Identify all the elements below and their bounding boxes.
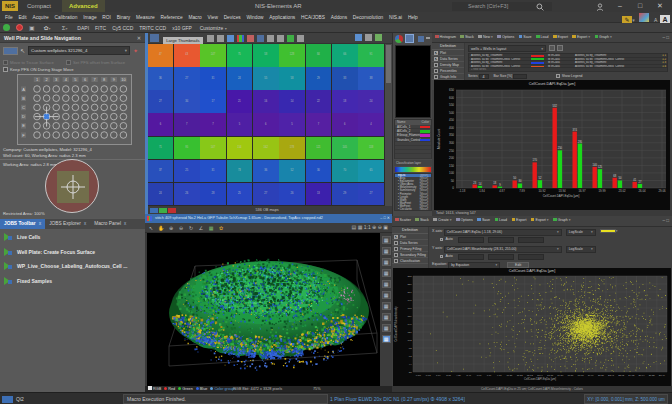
y-axis-select-part[interactable]: ▾ xyxy=(557,247,559,252)
wellplate-panel-header[interactable]: Well Plate and Slide Navigation ✕ xyxy=(0,33,145,43)
footer-chip-green[interactable] xyxy=(159,208,167,213)
wellplate-grid-part-part[interactable] xyxy=(43,95,50,102)
wellplate-grid-part-part[interactable] xyxy=(91,104,98,111)
menu-view[interactable]: View xyxy=(205,12,221,23)
table-view-icon[interactable] xyxy=(355,34,362,41)
lut-gradient[interactable] xyxy=(395,167,431,172)
wellplate-grid-part-part[interactable] xyxy=(82,104,89,111)
wellplate-grid-part-part[interactable] xyxy=(72,95,79,102)
check-move-tissue-part[interactable]: Move to Tissue Surface xyxy=(10,60,54,65)
series-color-chip[interactable] xyxy=(531,66,544,68)
x-axis-select-part[interactable]: CellCount.DAPI.EqDia (-1.18, 29.06) xyxy=(447,230,502,234)
wellplate-grid-part-part[interactable] xyxy=(82,132,89,139)
histogram-export-button-part[interactable]: ▾ xyxy=(587,35,590,39)
wellplate-grid-part-part[interactable] xyxy=(91,86,98,93)
scatter-chart-part-part[interactable]: CellCount.DAPI.MeanIntensity xyxy=(394,306,398,342)
scatter-stack-button[interactable]: Stack xyxy=(414,216,431,224)
heatmap-tile[interactable]: 16 xyxy=(253,90,279,113)
scatter-export-button-part[interactable]: Export xyxy=(516,218,526,222)
y-min-input[interactable] xyxy=(458,254,484,260)
x-auto-check[interactable]: Auto xyxy=(440,237,453,241)
classification-tabs-part[interactable]: Classification layer xyxy=(396,160,421,166)
y-max-input[interactable] xyxy=(488,254,514,260)
heatmap-tile[interactable]: 162 xyxy=(253,137,279,160)
histogram-chart-part-part[interactable]: 7.89 xyxy=(519,189,525,193)
heatmap-tile[interactable]: 58 xyxy=(253,44,279,67)
scatter-scatter-button[interactable]: Scatter xyxy=(394,216,413,224)
footer-chip-red[interactable] xyxy=(168,208,176,213)
heatmap-tile[interactable]: 73 xyxy=(227,160,253,183)
heatmap-tile[interactable]: 7 xyxy=(174,113,200,136)
heatmap-tile[interactable]: 24 xyxy=(227,67,253,90)
channel-blue-part[interactable]: Blue xyxy=(200,387,208,391)
histogram-chart-part-part[interactable] xyxy=(638,184,642,188)
scatter-chart[interactable]: CellCount.DAPI.EqDia [µm] -0.580.631.843… xyxy=(393,268,671,386)
show-legend-check-part[interactable] xyxy=(556,74,560,78)
wellplate-grid-part-part[interactable] xyxy=(111,104,118,111)
channel-blue[interactable]: Blue xyxy=(196,387,208,391)
analysis-settings-icon[interactable] xyxy=(418,36,424,42)
wellplate-grid-part-part[interactable] xyxy=(34,123,41,130)
heatmap-tile[interactable]: 21 xyxy=(227,90,253,113)
heatmap-tile[interactable]: 25 xyxy=(174,160,200,183)
heatmap-tile[interactable]: 31 xyxy=(200,67,226,90)
xy-navigation-icon[interactable] xyxy=(150,34,159,42)
wellplate-grid-part-part[interactable] xyxy=(82,86,89,93)
histogram-stack-button[interactable]: Stack xyxy=(459,33,476,41)
y-auto-check-part[interactable]: Auto xyxy=(445,254,452,258)
histogram-chart-part-part[interactable]: 450 xyxy=(449,118,454,122)
optical-config-cy5-ccd[interactable]: Cy5 CCD xyxy=(110,24,135,33)
scatter-export-button-part[interactable]: Export xyxy=(535,218,545,222)
bar-size-input[interactable] xyxy=(513,74,527,79)
scatter-window-buttons[interactable]: – □ xyxy=(662,218,669,223)
scatter-chart-part-part[interactable]: 19.99 xyxy=(588,374,595,377)
nd3d-scale-icon[interactable]: ▦ xyxy=(382,313,391,321)
y-axis-select-part[interactable]: CellCount.DAPI.MeanIntensity (28.31, 255… xyxy=(447,247,517,251)
heatmap-tile[interactable]: 65 xyxy=(358,160,384,183)
histogram-load-button-part[interactable]: Load xyxy=(541,35,549,39)
histogram-save-button[interactable]: Save xyxy=(517,33,533,41)
menu-hca-jobs[interactable]: HCA/JOBS xyxy=(298,12,328,23)
scatter-chart-part-part[interactable]: 11.52 xyxy=(517,374,523,377)
channel-blue-part[interactable] xyxy=(196,387,199,390)
wellplate-grid-part-part[interactable] xyxy=(63,95,70,102)
histogram-chart-part-part[interactable] xyxy=(598,169,602,188)
scatter-graph-button-part[interactable] xyxy=(553,218,557,222)
scatter-chart-part-part[interactable]: 24.83 xyxy=(628,374,635,377)
heatmap-tile[interactable]: 7 xyxy=(306,113,332,136)
user-icon-part[interactable] xyxy=(598,3,601,6)
histogram-stack-button-part[interactable]: Stack xyxy=(465,35,474,39)
channel-green-part[interactable] xyxy=(178,387,181,390)
record-icon-part[interactable] xyxy=(16,24,23,31)
histogram-graph-button[interactable]: Graph ▾ xyxy=(593,33,613,41)
equation-select-part[interactable]: ▾ xyxy=(495,263,497,268)
optical-config-tritc-ccd[interactable]: TRITC CCD xyxy=(137,24,168,33)
nd3d-light-icon[interactable]: ▦ xyxy=(382,280,391,288)
scatter-chart-part-part[interactable]: 102 xyxy=(408,339,413,342)
heatmap-tile[interactable]: 128 xyxy=(279,44,305,67)
histogram-chart-part-part[interactable]: 50 xyxy=(451,179,455,183)
wellplate-grid-part-part[interactable] xyxy=(82,95,89,102)
user-icon[interactable] xyxy=(596,3,604,11)
sum-icon-part[interactable]: ▾ xyxy=(66,26,68,31)
scatter-chart-part-part[interactable]: 25 xyxy=(409,371,412,374)
nd3d-volume-icon[interactable]: ▦ xyxy=(382,236,391,244)
scatter-check-data-series-part[interactable] xyxy=(394,241,398,245)
pie-chart-active-icon[interactable] xyxy=(405,34,414,43)
menu-devices[interactable]: Devices xyxy=(221,12,244,23)
heatmap-tile[interactable]: 58 xyxy=(279,67,305,90)
histogram-chart-part-part[interactable]: 600 xyxy=(449,96,454,100)
channel-green[interactable]: Green xyxy=(178,387,193,391)
scatter-check-primary-filling-part[interactable]: Primary Filling xyxy=(400,247,421,251)
wellplate-grid-part-part[interactable] xyxy=(91,113,98,120)
histogram-save-button-part[interactable]: Save xyxy=(523,35,531,39)
histogram-export-button[interactable]: Export xyxy=(552,33,570,41)
scatter-options-button-part[interactable]: Options xyxy=(461,218,473,222)
histogram-check-density-map-part[interactable] xyxy=(434,63,438,67)
menu-macro[interactable]: Macro xyxy=(186,12,205,23)
wellplate-grid-part-part[interactable] xyxy=(63,113,70,120)
heatmap-tile[interactable]: 70 xyxy=(332,160,358,183)
scatter-chart-part-part[interactable]: 159 xyxy=(408,315,413,318)
scatter-scatter-button-part[interactable]: Scatter xyxy=(400,218,411,222)
menu-binary[interactable]: Binary xyxy=(114,12,133,23)
